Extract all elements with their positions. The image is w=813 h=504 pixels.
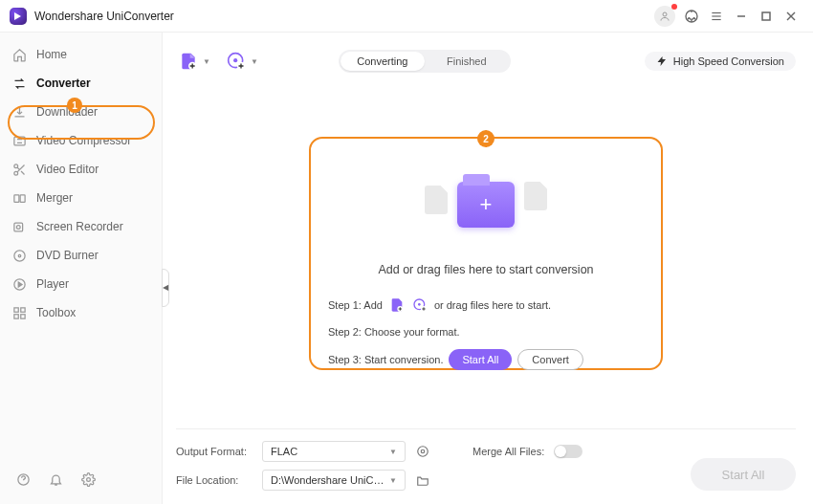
settings-icon[interactable]: [78, 470, 98, 489]
sidebar-item-editor[interactable]: Video Editor: [0, 155, 162, 184]
start-all-button[interactable]: Start All: [449, 349, 512, 370]
bell-icon[interactable]: [46, 470, 65, 489]
sidebar-item-recorder[interactable]: Screen Recorder: [0, 212, 162, 241]
close-button[interactable]: [779, 4, 803, 29]
sidebar-item-label: Player: [36, 277, 69, 291]
merger-icon: [11, 190, 27, 206]
sidebar: Home Converter Downloader Video Compress…: [0, 33, 163, 504]
sidebar-item-label: DVD Burner: [36, 249, 99, 262]
convert-button[interactable]: Convert: [517, 349, 583, 370]
bottom-bar: Output Format: FLAC ▼ Merge All Files: F…: [176, 428, 796, 491]
compressor-icon: [11, 133, 27, 148]
notification-dot-icon: [671, 4, 677, 10]
main-panel: ▼ ▼ Converting Finished High Speed Conve…: [163, 33, 813, 504]
tab-finished[interactable]: Finished: [425, 52, 509, 71]
dropzone-illustration: +: [328, 152, 644, 257]
svg-point-10: [13, 164, 17, 167]
svg-point-16: [13, 250, 24, 260]
scissors-icon: [11, 162, 27, 177]
svg-point-17: [18, 254, 21, 257]
dropzone[interactable]: 2 + Add or drag files here to start conv…: [309, 137, 663, 370]
toolbar: ▼ ▼ Converting Finished High Speed Conve…: [176, 44, 796, 78]
sidebar-item-converter[interactable]: Converter: [0, 69, 162, 98]
file-location-select[interactable]: D:\Wondershare UniConverter ▼: [262, 470, 406, 491]
sidebar-item-label: Video Editor: [36, 163, 99, 176]
step3-text: Step 3: Start conversion.: [328, 354, 443, 365]
tab-converting[interactable]: Converting: [341, 52, 425, 71]
add-dvd-icon: [411, 296, 428, 314]
merge-label: Merge All Files:: [472, 446, 544, 457]
maximize-button[interactable]: [754, 4, 779, 29]
file-location-label: File Location:: [176, 474, 253, 486]
sidebar-item-label: Toolbox: [36, 306, 76, 319]
folder-plus-icon: +: [457, 182, 515, 228]
sidebar-item-home[interactable]: Home: [0, 40, 162, 69]
sidebar-item-dvd[interactable]: DVD Burner: [0, 241, 162, 270]
tab-group: Converting Finished: [339, 50, 511, 73]
output-format-select[interactable]: FLAC ▼: [262, 441, 406, 462]
svg-rect-6: [762, 12, 770, 20]
chevron-down-icon: ▼: [389, 448, 397, 456]
account-avatar[interactable]: [654, 6, 675, 27]
sidebar-item-label: Home: [36, 48, 67, 61]
high-speed-toggle[interactable]: High Speed Conversion: [645, 52, 796, 71]
sidebar-bottom: [0, 458, 162, 504]
sidebar-item-label: Screen Recorder: [36, 220, 123, 233]
svg-rect-12: [13, 194, 18, 202]
title-bar: Wondershare UniConverter: [0, 0, 813, 33]
svg-point-27: [233, 58, 237, 62]
dvd-icon: [11, 248, 27, 263]
step1-prefix: Step 1: Add: [328, 299, 383, 311]
merge-toggle[interactable]: [554, 445, 582, 458]
svg-point-34: [418, 447, 428, 457]
home-icon: [11, 47, 27, 62]
svg-rect-19: [13, 307, 17, 311]
recorder-icon: [11, 219, 27, 234]
play-icon: [11, 276, 27, 292]
output-format-value: FLAC: [271, 446, 297, 457]
svg-rect-9: [13, 137, 24, 145]
sidebar-item-label: Merger: [36, 191, 73, 205]
start-all-disabled-button: Start All: [691, 458, 796, 491]
file-location-value: D:\Wondershare UniConverter: [271, 474, 389, 486]
step2-text: Step 2: Choose your format.: [328, 326, 460, 338]
step1-suffix: or drag files here to start.: [434, 299, 551, 311]
toolbox-icon: [11, 305, 27, 320]
svg-rect-13: [20, 194, 25, 202]
download-icon: [11, 104, 27, 120]
sidebar-item-compressor[interactable]: Video Compressor: [0, 126, 162, 155]
tutorial-badge-1: 1: [67, 98, 82, 113]
add-dvd-button[interactable]: [224, 49, 249, 74]
add-dvd-caret[interactable]: ▼: [251, 57, 258, 66]
converter-icon: [11, 76, 27, 91]
sidebar-item-player[interactable]: Player: [0, 270, 162, 298]
svg-point-11: [13, 171, 17, 175]
sidebar-item-label: Video Compressor: [36, 134, 131, 147]
sidebar-item-label: Converter: [36, 77, 91, 90]
sidebar-item-merger[interactable]: Merger: [0, 184, 162, 212]
output-settings-icon[interactable]: [415, 444, 430, 459]
svg-point-0: [663, 12, 667, 16]
help-icon[interactable]: [13, 470, 33, 489]
tutorial-badge-2: 2: [477, 130, 494, 147]
add-file-caret[interactable]: ▼: [203, 57, 210, 66]
dropzone-headline: Add or drag files here to start conversi…: [328, 263, 644, 276]
add-file-button[interactable]: [176, 49, 201, 74]
svg-point-33: [421, 449, 425, 453]
svg-rect-22: [20, 314, 24, 318]
minimize-button[interactable]: [729, 4, 754, 29]
add-file-icon: [388, 296, 406, 314]
menu-icon[interactable]: [704, 4, 729, 29]
svg-point-15: [16, 225, 20, 229]
svg-point-31: [418, 303, 421, 306]
high-speed-label: High Speed Conversion: [673, 55, 784, 67]
app-title: Wondershare UniConverter: [34, 10, 174, 23]
chevron-down-icon: ▼: [389, 476, 397, 485]
output-format-label: Output Format:: [176, 446, 253, 457]
svg-rect-21: [13, 314, 17, 318]
support-icon[interactable]: [679, 4, 704, 29]
bolt-icon: [656, 55, 668, 67]
open-folder-icon[interactable]: [415, 472, 430, 488]
sidebar-item-toolbox[interactable]: Toolbox: [0, 298, 162, 327]
steps: Step 1: Add or drag files here to start.…: [328, 296, 644, 370]
